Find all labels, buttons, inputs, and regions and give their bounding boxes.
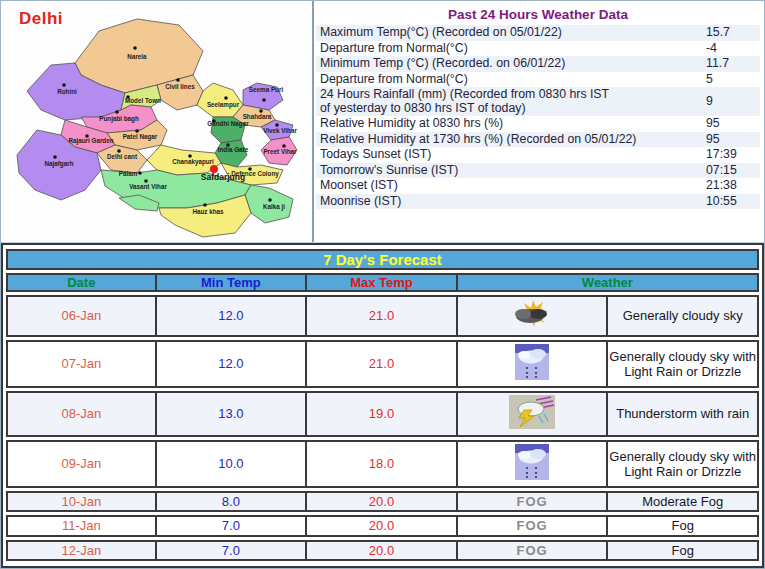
past24-row: Maximum Temp(°C) (Recorded on 05/01/22) … <box>316 25 760 41</box>
forecast-date-cell: 06-Jan <box>6 295 157 337</box>
delhi-region-label: Delhi <box>19 9 63 29</box>
forecast-weather-cell: Moderate Fog <box>608 491 759 512</box>
past24-table: Maximum Temp(°C) (Recorded on 05/01/22) … <box>316 25 760 209</box>
forecast-header-row: Date Min Temp Max Temp Weather <box>6 273 759 292</box>
fog-icon: FOG <box>516 543 547 558</box>
forecast-title: 7 Day's Forecast <box>6 249 759 270</box>
past24-value-cell: 21:38 <box>702 178 760 194</box>
district-label-india-gate: India Gate <box>218 146 249 153</box>
past24-label-cell: Departure from Normal(°C) <box>316 72 702 88</box>
thunderstorm-icon <box>509 395 555 429</box>
past24-row: Tomorrow's Sunrise (IST) 07:15 <box>316 163 760 179</box>
past24-label-cell: Maximum Temp(°C) (Recorded on 05/01/22) <box>316 25 702 41</box>
past24-value-cell: 5 <box>702 72 760 88</box>
past24-value-cell: 07:15 <box>702 163 760 179</box>
forecast-min-cell: 13.0 <box>157 391 308 437</box>
forecast-icon-cell: FOG <box>458 540 609 561</box>
district-label-vasant-vihar: Vasant Vihar <box>129 183 167 190</box>
forecast-min-cell: 10.0 <box>157 440 308 488</box>
past24-row: Minimum Temp (°C) (Recorded. on 06/01/22… <box>316 56 760 72</box>
past24-label-cell: Tomorrow's Sunrise (IST) <box>316 163 702 179</box>
past24-value-cell: 15.7 <box>702 25 760 41</box>
forecast-icon-cell <box>458 340 609 388</box>
past24-value-cell: 95 <box>702 116 760 132</box>
fog-icon: FOG <box>516 494 547 509</box>
forecast-row: 07-Jan 12.0 21.0 Generally cloudy sky wi… <box>6 340 759 388</box>
past24-row: Relative Humidity at 0830 hrs (%) 95 <box>316 116 760 132</box>
forecast-min-cell: 8.0 <box>157 491 308 512</box>
past24-label-cell: Moonrise (IST) <box>316 194 702 210</box>
forecast-weather-cell: Generally cloudy sky with Light Rain or … <box>608 340 759 388</box>
forecast-min-cell: 7.0 <box>157 540 308 561</box>
forecast-date-cell: 07-Jan <box>6 340 157 388</box>
district-label-delhi-cant: Delhi cant <box>107 153 138 160</box>
district-label-gandhi-nagar: Gandhi Nagar <box>207 120 249 128</box>
past24-value-cell: 17:39 <box>702 147 760 163</box>
past24-title: Past 24 Hours Weather Data <box>316 3 760 25</box>
forecast-table: 7 Day's Forecast Date Min Temp Max Temp … <box>6 246 759 564</box>
past24-label-cell: Relative Humidity at 0830 hrs (%) <box>316 116 702 132</box>
past24-row: Todays Sunset (IST) 17:39 <box>316 147 760 163</box>
forecast-date-cell: 08-Jan <box>6 391 157 437</box>
past24-value-cell: -4 <box>702 41 760 57</box>
district-label-rajauri-garden: Rajauri Garden <box>68 137 113 145</box>
past24-value-cell: 10:55 <box>702 194 760 210</box>
past24-row: Departure from Normal(°C) -4 <box>316 41 760 57</box>
district-label-shahdara: Shahdara <box>243 113 272 120</box>
cloud-drizzle-icon <box>515 444 549 480</box>
district-label-seelampur: Seelampur <box>207 101 240 109</box>
delhi-map-panel: Delhi NarelaRohiniCivil linesModel TownS… <box>1 1 314 242</box>
forecast-weather-cell: Generally cloudy sky with Light Rain or … <box>608 440 759 488</box>
district-label-vivek-vihar: Vivek Vihar <box>263 127 297 134</box>
district-dot-seelampur <box>224 96 228 100</box>
weather-page: Delhi NarelaRohiniCivil linesModel TownS… <box>0 0 765 569</box>
district-dot-kalka-ji <box>268 198 272 202</box>
district-label-patel-nagar: Patel Nagar <box>123 133 158 141</box>
forecast-date-cell: 11-Jan <box>6 515 157 536</box>
forecast-col-max: Max Temp <box>307 273 458 292</box>
district-label-civil-lines: Civil lines <box>165 83 195 90</box>
cloud-drizzle-icon <box>515 344 549 380</box>
district-label-rohini: Rohini <box>57 88 77 95</box>
district-label-kalka-ji: Kalka ji <box>263 203 285 211</box>
forecast-max-cell: 19.0 <box>307 391 458 437</box>
forecast-row: 12-Jan 7.0 20.0 FOG Fog <box>6 540 759 561</box>
forecast-col-date: Date <box>6 273 157 292</box>
forecast-date-cell: 10-Jan <box>6 491 157 512</box>
past24-label-cell: Minimum Temp (°C) (Recorded. on 06/01/22… <box>316 56 702 72</box>
forecast-min-cell: 7.0 <box>157 515 308 536</box>
cloud-sun-icon <box>511 299 553 329</box>
forecast-icon-cell <box>458 391 609 437</box>
forecast-panel: 7 Day's Forecast Date Min Temp Max Temp … <box>1 243 764 568</box>
forecast-weather-cell: Thunderstorm with rain <box>608 391 759 437</box>
forecast-icon-cell <box>458 295 609 337</box>
past24-row: Departure from Normal(°C) 5 <box>316 72 760 88</box>
forecast-row: 10-Jan 8.0 20.0 FOG Moderate Fog <box>6 491 759 512</box>
forecast-min-cell: 12.0 <box>157 340 308 388</box>
district-dot-hauz-khas <box>203 203 207 207</box>
past24-value-cell: 9 <box>702 87 760 116</box>
fog-icon: FOG <box>516 518 547 533</box>
forecast-max-cell: 20.0 <box>307 515 458 536</box>
forecast-icon-cell: FOG <box>458 515 609 536</box>
past24-row: Relative Humidity at 1730 hrs (%) (Recor… <box>316 132 760 148</box>
past24-label-cell: 24 Hours Rainfall (mm) (Recorded from 08… <box>316 87 702 116</box>
forecast-weather-cell: Fog <box>608 540 759 561</box>
district-dot-palam <box>138 171 142 175</box>
district-label-preet-vihar: Preet Vihar <box>263 148 297 155</box>
forecast-col-min: Min Temp <box>157 273 308 292</box>
forecast-weather-cell: Fog <box>608 515 759 536</box>
forecast-max-cell: 20.0 <box>307 540 458 561</box>
district-dot-narela <box>133 46 137 50</box>
district-dot-seema-puri <box>262 98 266 102</box>
forecast-date-cell: 09-Jan <box>6 440 157 488</box>
station-marker-label: Safdarjung <box>201 172 245 182</box>
district-dot-rohini <box>62 83 66 87</box>
district-label-punjabi-bagh: Punjabi bagh <box>99 115 139 123</box>
district-label-model-town: Model Town <box>125 97 161 104</box>
past24-label-cell: Todays Sunset (IST) <box>316 147 702 163</box>
district-dot-civil-lines <box>176 78 180 82</box>
past24-panel: Past 24 Hours Weather Data Maximum Temp(… <box>314 1 764 242</box>
forecast-max-cell: 18.0 <box>307 440 458 488</box>
forecast-date-cell: 12-Jan <box>6 540 157 561</box>
